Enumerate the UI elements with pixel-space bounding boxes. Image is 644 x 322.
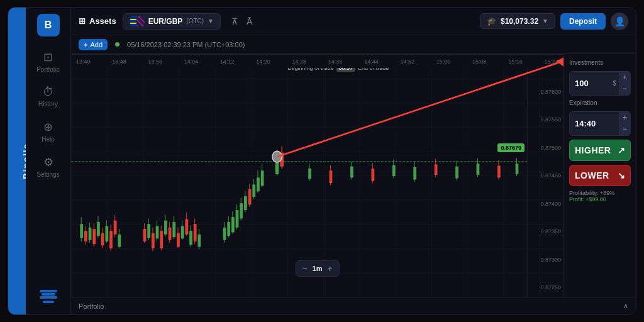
investment-value: 100 — [570, 76, 613, 91]
svg-rect-15 — [105, 226, 108, 242]
price-axis: 0.87650 0.87600 0.87550 0.87500 0.87450 … — [527, 54, 564, 297]
sidebar-item-label: History — [38, 101, 58, 108]
expiry-increase-button[interactable]: + — [619, 112, 630, 123]
user-avatar[interactable]: 👤 — [611, 13, 628, 30]
investment-decrease-button[interactable]: − — [619, 83, 630, 94]
balance-badge[interactable]: 🎓 $10,073.32 ▼ — [480, 13, 555, 29]
profitability-info: Profitability: +89% Profit: +$89.00 — [569, 190, 631, 203]
sidebar-item-label: Help — [42, 136, 55, 143]
toolbar-icons: ⊼ Ā — [230, 14, 254, 28]
sidebar-item-history[interactable]: ⏱ History — [28, 80, 69, 113]
svg-rect-39 — [177, 233, 180, 247]
assets-label: Assets — [89, 16, 116, 26]
svg-rect-5 — [84, 231, 87, 242]
history-icon: ⏱ — [43, 86, 54, 99]
brand-bar: Binolla — [8, 8, 26, 314]
higher-arrow-icon: ↗ — [618, 145, 626, 155]
status-dot — [115, 42, 119, 47]
sidebar-item-portfolio[interactable]: ⊡ Portfolio — [28, 45, 69, 78]
asset-name: EUR/GBP — [148, 17, 183, 26]
svg-rect-35 — [169, 228, 172, 240]
sidebar-item-settings[interactable]: ⚙ Settings — [28, 150, 69, 183]
balance-area: 🎓 $10,073.32 ▼ Deposit 👤 — [480, 13, 628, 30]
add-button[interactable]: + Add — [79, 39, 108, 50]
sidebar-item-help[interactable]: ⊕ Help — [28, 115, 69, 148]
investment-stepper: + − — [619, 72, 630, 95]
expiry-decrease-button[interactable]: − — [619, 123, 630, 135]
sidebar: B ⊡ Portfolio ⏱ History ⊕ Help ⚙ Setting… — [26, 8, 71, 314]
svg-point-97 — [272, 151, 282, 162]
zoom-controls: − 1m + — [295, 260, 339, 277]
assets-section[interactable]: ⊞ Assets — [79, 16, 116, 26]
right-panel: Investments 100 $ + − Expiration 14:40 +… — [564, 54, 636, 297]
investments-label: Investments — [569, 59, 631, 66]
portfolio-label: Portfolio — [79, 303, 104, 310]
expiry-stepper: + − — [619, 112, 630, 135]
asset-type: (OTC) — [186, 18, 204, 25]
expiry-input[interactable]: 14:40 + − — [569, 111, 631, 136]
balance-dropdown-icon: ▼ — [542, 18, 548, 25]
lower-arrow-icon: ↘ — [618, 170, 626, 180]
portfolio-toggle[interactable]: Portfolio — [79, 303, 104, 310]
draw-icon[interactable]: Ā — [245, 14, 254, 28]
svg-rect-61 — [244, 196, 247, 210]
svg-rect-37 — [172, 222, 175, 237]
zoom-in-button[interactable]: + — [327, 264, 332, 274]
sidebar-logo: B — [37, 14, 60, 36]
investment-increase-button[interactable]: + — [619, 72, 630, 83]
investment-input[interactable]: 100 $ + − — [569, 71, 631, 96]
lower-button[interactable]: LOWER ↘ — [569, 165, 631, 186]
zoom-level: 1m — [313, 265, 323, 272]
indicator-icon[interactable]: ⊼ — [230, 14, 240, 28]
sidebar-item-label: Settings — [36, 171, 59, 178]
portfolio-icon: ⊡ — [43, 50, 53, 64]
investment-currency: $ — [613, 80, 619, 87]
profit-amount: Profit: +$89.00 — [569, 196, 631, 203]
svg-rect-79 — [350, 167, 353, 178]
time-axis: 13:40 13:48 13:56 14:04 14:12 14:20 14:2… — [71, 54, 564, 68]
svg-rect-57 — [236, 210, 239, 228]
timestamp: 05/16/2023 02:39:23 PM (UTC+03:00) — [127, 41, 245, 48]
help-icon: ⊕ — [43, 120, 53, 134]
svg-rect-33 — [164, 221, 167, 235]
chart-container[interactable]: Beginning of trade 00:37 End of trade − … — [71, 54, 564, 297]
settings-icon: ⚙ — [43, 155, 53, 169]
chart-area: Beginning of trade 00:37 End of trade − … — [71, 54, 636, 297]
sidebar-item-label: Portfolio — [36, 66, 60, 73]
higher-button[interactable]: HIGHER ↗ — [569, 140, 631, 161]
expiry-value: 14:40 — [570, 116, 619, 131]
plus-icon: + — [84, 41, 87, 48]
deposit-button[interactable]: Deposit — [560, 13, 606, 30]
svg-rect-3 — [80, 224, 83, 238]
profitability-percent: Profitability: +89% — [569, 190, 631, 196]
svg-rect-85 — [413, 167, 416, 180]
balance-amount: $10,073.32 — [501, 17, 538, 26]
portfolio-chevron-icon[interactable]: ∧ — [623, 302, 628, 310]
asset-dropdown-icon: ▼ — [208, 18, 214, 25]
zoom-out-button[interactable]: − — [302, 264, 307, 274]
svg-rect-55 — [231, 217, 235, 232]
portfolio-bar: Portfolio ∧ — [71, 297, 636, 314]
svg-rect-13 — [101, 233, 104, 246]
svg-rect-59 — [240, 203, 243, 218]
main-content: ⊞ Assets EUR/GBP (OTC) ▼ — [71, 8, 636, 314]
svg-rect-23 — [143, 229, 147, 242]
brand-name: Binolla — [21, 143, 26, 179]
asset-selector[interactable]: EUR/GBP (OTC) ▼ — [123, 13, 221, 30]
current-price-badge: 0.87679 — [497, 143, 525, 152]
balance-icon: 🎓 — [487, 16, 497, 26]
time-labels: 13:40 13:48 13:56 14:04 14:12 14:20 14:2… — [76, 58, 558, 65]
header: ⊞ Assets EUR/GBP (OTC) ▼ — [71, 8, 636, 35]
expiration-label: Expiration — [569, 99, 631, 106]
assets-icon: ⊞ — [79, 16, 86, 26]
sub-header: + Add 05/16/2023 02:39:23 PM (UTC+03:00) — [71, 35, 636, 54]
